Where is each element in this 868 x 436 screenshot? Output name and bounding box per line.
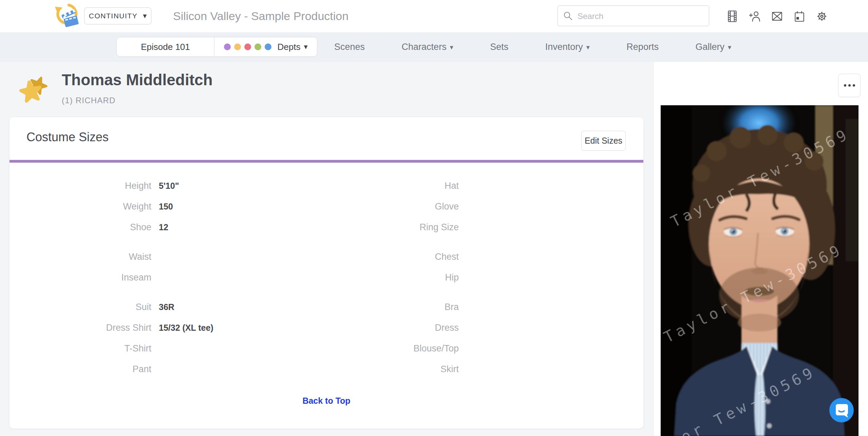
film-strip-icon xyxy=(725,10,739,23)
dept-color-dot xyxy=(224,43,231,50)
episode-selector[interactable]: Episode 101 xyxy=(117,37,214,56)
size-value: 36R xyxy=(159,302,301,312)
size-row: Weight 150 Glove xyxy=(10,196,643,217)
size-row: Suit 36R Bra xyxy=(10,297,643,317)
continuity-mode-button[interactable]: CONTINUITY ▾ xyxy=(84,7,151,24)
character-photo: Taylor Tew-30569 Taylor Tew-30569 Taylor… xyxy=(661,105,858,436)
dept-color-dot xyxy=(265,43,271,50)
dept-color-dot xyxy=(234,43,241,50)
episode-depts-pill: Episode 101 Depts ▾ xyxy=(116,37,317,57)
depts-label: Depts xyxy=(278,42,301,52)
continuity-mode-label: CONTINUITY xyxy=(89,12,137,20)
size-row: Pant Skirt xyxy=(10,359,643,380)
costume-sizes-card: Costume Sizes Edit Sizes Height 5'10" Ha… xyxy=(10,117,643,429)
episode-label: Episode 101 xyxy=(141,42,190,52)
chat-launcher-button[interactable] xyxy=(829,398,854,422)
card-title: Costume Sizes xyxy=(26,130,109,144)
dept-color-dot xyxy=(244,43,251,50)
nav-item-sets[interactable]: Sets xyxy=(490,42,508,52)
settings-button[interactable] xyxy=(815,10,829,23)
size-group: Height 5'10" Hat Weight 150 Glove Shoe 1… xyxy=(10,176,643,238)
size-label: Pant xyxy=(10,364,151,375)
more-options-button[interactable] xyxy=(838,74,861,97)
size-label: Height xyxy=(10,181,151,191)
ellipsis-icon xyxy=(853,84,855,87)
size-group: Waist Chest Inseam Hip xyxy=(10,247,643,288)
nav-links: Scenes Characters ▾ Sets Inventory ▾ Rep… xyxy=(334,32,731,62)
nav-item-scenes[interactable]: Scenes xyxy=(334,42,365,52)
size-label: T-Shirt xyxy=(10,343,151,354)
favorite-star-icon[interactable] xyxy=(18,73,49,106)
nav-item-characters[interactable]: Characters ▾ xyxy=(402,42,453,52)
size-label: Skirt xyxy=(308,364,459,375)
size-label: Glove xyxy=(308,201,459,212)
ellipsis-icon xyxy=(844,84,846,87)
size-row: Waist Chest xyxy=(10,247,643,267)
dept-color-dot xyxy=(254,43,261,50)
character-role: (1) RICHARD xyxy=(62,96,116,105)
size-label: Hat xyxy=(308,181,459,191)
size-row: Shoe 12 Ring Size xyxy=(10,217,643,238)
caret-down-icon: ▾ xyxy=(304,43,307,51)
mail-icon xyxy=(770,10,784,23)
size-row: T-Shirt Blouse/Top xyxy=(10,338,643,359)
production-title: Silicon Valley - Sample Production xyxy=(173,0,348,32)
size-label: Blouse/Top xyxy=(308,343,459,354)
add-user-button[interactable] xyxy=(748,10,761,23)
caret-down-icon: ▾ xyxy=(143,12,147,20)
size-label: Suit xyxy=(10,302,151,312)
scenes-film-button[interactable] xyxy=(725,10,739,23)
size-row: Height 5'10" Hat xyxy=(10,176,643,196)
calendar-icon xyxy=(793,10,806,23)
nav-item-label: Characters xyxy=(402,42,447,52)
edit-sizes-button[interactable]: Edit Sizes xyxy=(581,131,626,151)
depts-selector[interactable]: Depts ▾ xyxy=(214,37,317,56)
ellipsis-icon xyxy=(848,84,851,87)
edit-sizes-label: Edit Sizes xyxy=(585,136,622,146)
nav-item-label: Sets xyxy=(490,42,508,52)
size-label: Waist xyxy=(10,252,151,262)
search-input[interactable] xyxy=(577,6,707,26)
size-value: 15/32 (XL tee) xyxy=(159,323,301,333)
messages-button[interactable] xyxy=(770,10,784,23)
size-value: 150 xyxy=(159,202,301,212)
top-icon-row xyxy=(725,10,829,23)
nav-item-label: Inventory xyxy=(545,42,583,52)
caret-down-icon: ▾ xyxy=(450,44,453,51)
app-screen: CONTINUITY ▾ Silicon Valley - Sample Pro… xyxy=(0,0,868,436)
size-label: Inseam xyxy=(10,272,151,283)
nav-item-label: Reports xyxy=(626,42,659,52)
nav-item-label: Gallery xyxy=(695,42,724,52)
size-value: 12 xyxy=(159,222,301,232)
size-label: Ring Size xyxy=(308,222,459,233)
size-label: Shoe xyxy=(10,222,151,233)
app-logo-icon xyxy=(53,2,81,31)
search-box xyxy=(558,5,709,26)
back-to-top-link[interactable]: Back to Top xyxy=(302,396,350,405)
secondary-nav-bar: Episode 101 Depts ▾ Scenes Characters ▾ xyxy=(0,32,868,62)
size-label: Hip xyxy=(308,272,459,283)
size-row: Dress Shirt 15/32 (XL tee) Dress xyxy=(10,317,643,338)
calendar-button[interactable] xyxy=(793,10,806,23)
nav-item-reports[interactable]: Reports xyxy=(626,42,659,52)
back-to-top-wrap: Back to Top xyxy=(10,396,643,406)
purple-accent-bar xyxy=(10,160,643,163)
size-label: Chest xyxy=(308,252,459,262)
size-label: Weight xyxy=(10,201,151,212)
caret-down-icon: ▾ xyxy=(586,44,590,51)
search-icon xyxy=(563,11,573,21)
size-value: 5'10" xyxy=(159,181,301,191)
character-photo-panel: Taylor Tew-30569 Taylor Tew-30569 Taylor… xyxy=(653,62,868,436)
character-name: Thomas Middleditch xyxy=(62,71,213,89)
size-label: Dress xyxy=(308,323,459,333)
size-group: Suit 36R Bra Dress Shirt 15/32 (XL tee) … xyxy=(10,297,643,380)
nav-item-gallery[interactable]: Gallery ▾ xyxy=(695,42,731,52)
size-label: Dress Shirt xyxy=(10,323,151,333)
size-row: Inseam Hip xyxy=(10,267,643,288)
nav-item-label: Scenes xyxy=(334,42,365,52)
size-rows: Height 5'10" Hat Weight 150 Glove Shoe 1… xyxy=(10,176,643,388)
add-user-icon xyxy=(748,10,761,23)
top-bar: CONTINUITY ▾ Silicon Valley - Sample Pro… xyxy=(0,0,868,32)
caret-down-icon: ▾ xyxy=(728,44,731,51)
nav-item-inventory[interactable]: Inventory ▾ xyxy=(545,42,590,52)
